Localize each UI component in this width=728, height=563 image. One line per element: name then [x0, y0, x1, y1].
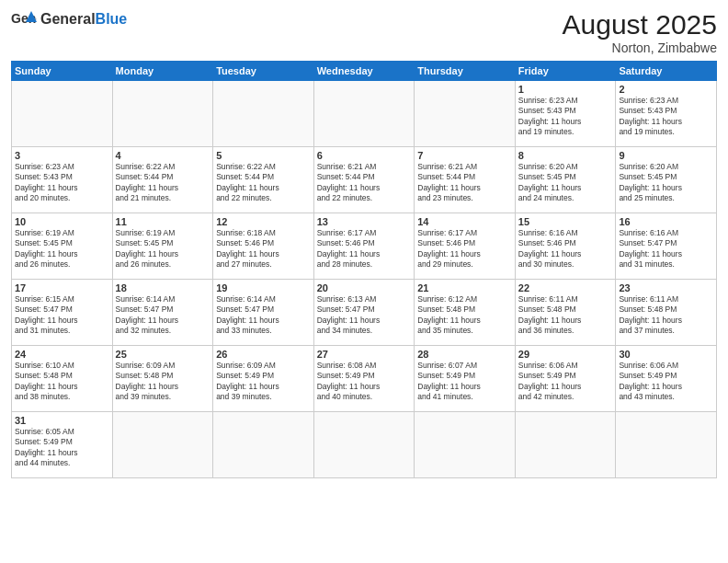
month-title: August 2025: [563, 9, 717, 40]
day-number: 15: [518, 216, 613, 227]
calendar-cell: [213, 81, 314, 147]
calendar-cell: 1Sunrise: 6:23 AM Sunset: 5:43 PM Daylig…: [515, 81, 616, 147]
calendar-cell: 20Sunrise: 6:13 AM Sunset: 5:47 PM Dayli…: [313, 280, 415, 346]
day-info: Sunrise: 6:15 AM Sunset: 5:47 PM Dayligh…: [15, 294, 109, 337]
day-number: 26: [216, 349, 311, 360]
day-number: 22: [518, 282, 613, 293]
weekday-header-sunday: Sunday: [12, 62, 113, 81]
day-number: 23: [619, 282, 713, 293]
day-number: 3: [15, 150, 109, 161]
day-number: 30: [619, 349, 713, 360]
calendar-cell: [112, 412, 213, 478]
day-number: 18: [116, 282, 210, 293]
day-info: Sunrise: 6:13 AM Sunset: 5:47 PM Dayligh…: [317, 294, 412, 337]
calendar-cell: [213, 412, 314, 478]
day-number: 24: [15, 349, 109, 360]
calendar-cell: 16Sunrise: 6:16 AM Sunset: 5:47 PM Dayli…: [616, 213, 717, 280]
calendar-cell: 26Sunrise: 6:09 AM Sunset: 5:49 PM Dayli…: [213, 346, 314, 412]
day-info: Sunrise: 6:14 AM Sunset: 5:47 PM Dayligh…: [116, 294, 210, 337]
calendar-cell: 30Sunrise: 6:06 AM Sunset: 5:49 PM Dayli…: [616, 346, 717, 412]
day-info: Sunrise: 6:21 AM Sunset: 5:44 PM Dayligh…: [417, 162, 512, 204]
calendar-cell: 21Sunrise: 6:12 AM Sunset: 5:48 PM Dayli…: [415, 280, 516, 346]
day-number: 6: [317, 150, 412, 161]
day-number: 11: [116, 216, 210, 227]
calendar-body: 1Sunrise: 6:23 AM Sunset: 5:43 PM Daylig…: [12, 81, 717, 478]
calendar-cell: [112, 81, 213, 147]
calendar-cell: [415, 412, 516, 478]
calendar-cell: [515, 412, 616, 478]
day-info: Sunrise: 6:19 AM Sunset: 5:45 PM Dayligh…: [15, 228, 109, 270]
day-info: Sunrise: 6:23 AM Sunset: 5:43 PM Dayligh…: [15, 162, 109, 204]
day-number: 29: [518, 349, 613, 360]
day-number: 12: [216, 216, 311, 227]
day-info: Sunrise: 6:18 AM Sunset: 5:46 PM Dayligh…: [216, 228, 311, 270]
calendar-cell: 12Sunrise: 6:18 AM Sunset: 5:46 PM Dayli…: [213, 213, 314, 280]
weekday-header-monday: Monday: [112, 62, 213, 81]
day-info: Sunrise: 6:23 AM Sunset: 5:43 PM Dayligh…: [619, 96, 713, 138]
calendar-week-row: 31Sunrise: 6:05 AM Sunset: 5:49 PM Dayli…: [12, 412, 717, 478]
calendar-cell: 14Sunrise: 6:17 AM Sunset: 5:46 PM Dayli…: [415, 213, 516, 280]
day-info: Sunrise: 6:05 AM Sunset: 5:49 PM Dayligh…: [15, 427, 109, 469]
weekday-header-tuesday: Tuesday: [213, 62, 314, 81]
calendar-cell: 24Sunrise: 6:10 AM Sunset: 5:48 PM Dayli…: [12, 346, 113, 412]
day-number: 7: [417, 150, 512, 161]
page: General GeneralBlue August 2025 Norton, …: [0, 0, 728, 563]
day-number: 19: [216, 282, 311, 293]
calendar-week-row: 10Sunrise: 6:19 AM Sunset: 5:45 PM Dayli…: [12, 213, 717, 280]
calendar-cell: 28Sunrise: 6:07 AM Sunset: 5:49 PM Dayli…: [415, 346, 516, 412]
calendar-cell: 29Sunrise: 6:06 AM Sunset: 5:49 PM Dayli…: [515, 346, 616, 412]
day-info: Sunrise: 6:19 AM Sunset: 5:45 PM Dayligh…: [116, 228, 210, 270]
calendar-cell: 7Sunrise: 6:21 AM Sunset: 5:44 PM Daylig…: [415, 147, 516, 213]
day-info: Sunrise: 6:11 AM Sunset: 5:48 PM Dayligh…: [619, 294, 713, 337]
day-number: 17: [15, 282, 109, 293]
weekday-header-saturday: Saturday: [616, 62, 717, 81]
day-info: Sunrise: 6:23 AM Sunset: 5:43 PM Dayligh…: [518, 96, 613, 138]
day-number: 28: [417, 349, 512, 360]
day-info: Sunrise: 6:20 AM Sunset: 5:45 PM Dayligh…: [619, 162, 713, 204]
calendar-cell: 8Sunrise: 6:20 AM Sunset: 5:45 PM Daylig…: [515, 147, 616, 213]
calendar-cell: 27Sunrise: 6:08 AM Sunset: 5:49 PM Dayli…: [313, 346, 415, 412]
calendar-cell: 19Sunrise: 6:14 AM Sunset: 5:47 PM Dayli…: [213, 280, 314, 346]
day-number: 4: [116, 150, 210, 161]
day-info: Sunrise: 6:06 AM Sunset: 5:49 PM Dayligh…: [518, 361, 613, 403]
weekday-header-row: SundayMondayTuesdayWednesdayThursdayFrid…: [12, 62, 717, 81]
day-info: Sunrise: 6:22 AM Sunset: 5:44 PM Dayligh…: [216, 162, 311, 204]
logo: General GeneralBlue: [11, 9, 127, 29]
day-info: Sunrise: 6:14 AM Sunset: 5:47 PM Dayligh…: [216, 294, 311, 337]
calendar-cell: 23Sunrise: 6:11 AM Sunset: 5:48 PM Dayli…: [616, 280, 717, 346]
day-number: 10: [15, 216, 109, 227]
calendar-cell: 13Sunrise: 6:17 AM Sunset: 5:46 PM Dayli…: [313, 213, 415, 280]
calendar-week-row: 24Sunrise: 6:10 AM Sunset: 5:48 PM Dayli…: [12, 346, 717, 412]
day-info: Sunrise: 6:10 AM Sunset: 5:48 PM Dayligh…: [15, 361, 109, 403]
day-number: 5: [216, 150, 311, 161]
calendar-cell: [313, 412, 415, 478]
calendar-cell: [616, 412, 717, 478]
day-number: 1: [518, 84, 613, 95]
day-info: Sunrise: 6:12 AM Sunset: 5:48 PM Dayligh…: [417, 294, 512, 337]
calendar-cell: 15Sunrise: 6:16 AM Sunset: 5:46 PM Dayli…: [515, 213, 616, 280]
calendar-cell: 2Sunrise: 6:23 AM Sunset: 5:43 PM Daylig…: [616, 81, 717, 147]
day-number: 21: [417, 282, 512, 293]
day-number: 16: [619, 216, 713, 227]
calendar-cell: 18Sunrise: 6:14 AM Sunset: 5:47 PM Dayli…: [112, 280, 213, 346]
calendar-cell: [415, 81, 516, 147]
day-info: Sunrise: 6:21 AM Sunset: 5:44 PM Dayligh…: [317, 162, 412, 204]
day-number: 27: [317, 349, 412, 360]
day-number: 14: [417, 216, 512, 227]
title-block: August 2025 Norton, Zimbabwe: [563, 9, 717, 55]
day-info: Sunrise: 6:11 AM Sunset: 5:48 PM Dayligh…: [518, 294, 613, 337]
header: General GeneralBlue August 2025 Norton, …: [11, 9, 717, 55]
calendar-cell: 17Sunrise: 6:15 AM Sunset: 5:47 PM Dayli…: [12, 280, 113, 346]
calendar-week-row: 1Sunrise: 6:23 AM Sunset: 5:43 PM Daylig…: [12, 81, 717, 147]
day-number: 25: [116, 349, 210, 360]
weekday-header-friday: Friday: [515, 62, 616, 81]
day-info: Sunrise: 6:16 AM Sunset: 5:46 PM Dayligh…: [518, 228, 613, 270]
calendar-cell: 5Sunrise: 6:22 AM Sunset: 5:44 PM Daylig…: [213, 147, 314, 213]
day-number: 20: [317, 282, 412, 293]
logo-blue: Blue: [96, 11, 128, 27]
calendar-cell: [12, 81, 113, 147]
day-info: Sunrise: 6:17 AM Sunset: 5:46 PM Dayligh…: [317, 228, 412, 270]
day-info: Sunrise: 6:08 AM Sunset: 5:49 PM Dayligh…: [317, 361, 412, 403]
calendar-cell: 3Sunrise: 6:23 AM Sunset: 5:43 PM Daylig…: [12, 147, 113, 213]
day-info: Sunrise: 6:22 AM Sunset: 5:44 PM Dayligh…: [116, 162, 210, 204]
